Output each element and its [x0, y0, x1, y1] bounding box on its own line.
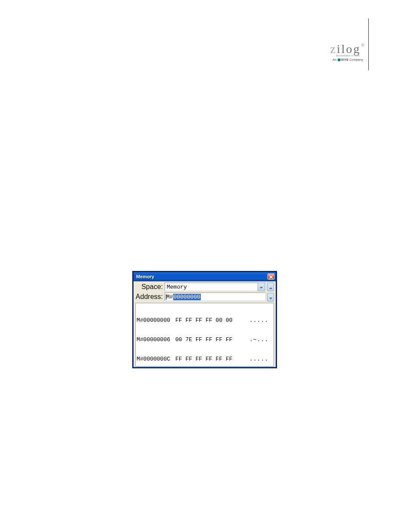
logo-sub-brand: IXYS — [341, 58, 348, 61]
spin-buttons — [267, 283, 274, 302]
spin-up-button[interactable] — [267, 283, 274, 291]
hex-addr: M#0000000C — [137, 356, 175, 362]
hex-ascii: ..... — [246, 356, 274, 362]
controls-area: Space: Memory Address: M#00000000 — [134, 281, 276, 302]
hex-row: M#00000000FF FF FF FF 00 00..... — [137, 317, 274, 324]
space-value: Memory — [167, 284, 187, 290]
window-title: Memory — [136, 274, 154, 279]
hex-view[interactable]: M#00000000FF FF FF FF 00 00..... M#00000… — [135, 303, 274, 367]
side-rule — [368, 19, 369, 70]
logo-subline: An IXYS Company — [330, 58, 366, 61]
hex-addr: M#00000006 — [137, 336, 175, 343]
logo-sub-prefix: An — [333, 58, 336, 61]
address-input[interactable]: M#00000000 — [165, 292, 266, 301]
address-label: Address: — [134, 293, 163, 301]
hex-bytes[interactable]: 00 7E FF FF FF FF — [175, 336, 246, 343]
hex-row: M#0000000600 7E FF FF FF FF.~... — [137, 336, 274, 343]
address-value-selected: 00000000 — [173, 294, 201, 300]
close-button[interactable] — [268, 274, 274, 280]
hex-ascii: ..... — [246, 317, 274, 324]
ixys-square-icon — [338, 59, 340, 61]
close-icon — [269, 273, 273, 280]
spin-down-button[interactable] — [267, 293, 274, 302]
logo-reg-mark: ® — [361, 43, 366, 47]
address-prefix: M# — [166, 294, 173, 300]
memory-window: Memory Space: Memory Addres — [132, 271, 277, 368]
logo-wordmark: zilog® — [330, 43, 366, 55]
address-row: Address: M#00000000 — [134, 292, 266, 301]
logo-sub-suffix: Company — [349, 58, 363, 61]
space-dropdown[interactable]: Memory — [165, 283, 266, 291]
hex-row: M#0000000CFF FF FF FF FF FF..... — [137, 356, 274, 362]
zilog-logo: zilog® Embedded in Life An IXYS Company — [330, 43, 366, 61]
chevron-down-icon — [269, 293, 272, 301]
logo-letter-z: z — [330, 42, 336, 56]
svg-marker-2 — [260, 287, 263, 289]
hex-bytes[interactable]: FF FF FF FF 00 00 — [175, 317, 246, 324]
hex-ascii: .~... — [246, 336, 274, 343]
svg-marker-4 — [269, 298, 272, 299]
svg-marker-3 — [269, 287, 272, 289]
space-row: Space: Memory — [134, 283, 266, 291]
space-dropdown-button[interactable] — [258, 283, 265, 291]
hex-bytes[interactable]: FF FF FF FF FF FF — [175, 356, 246, 362]
logo-letters-rest: ilog — [337, 42, 361, 56]
controls-left: Space: Memory Address: M#00000000 — [134, 283, 266, 302]
chevron-up-icon — [269, 283, 272, 291]
hex-addr: M#00000000 — [137, 317, 175, 324]
space-label: Space: — [134, 283, 163, 291]
titlebar[interactable]: Memory — [134, 271, 276, 281]
chevron-down-icon — [260, 284, 263, 290]
